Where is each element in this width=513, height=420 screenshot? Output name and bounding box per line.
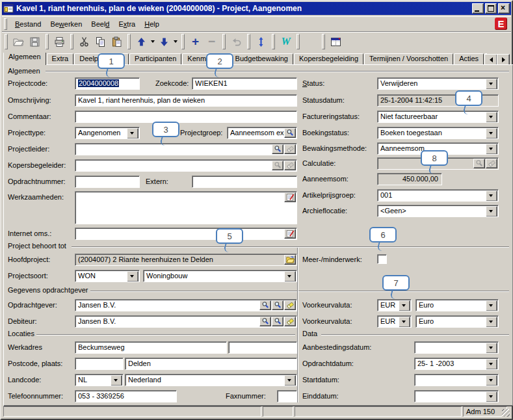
dropdown-button[interactable] (127, 271, 138, 282)
dropdown-button[interactable] (486, 359, 497, 370)
land-select[interactable]: Nederland (125, 374, 297, 386)
dropdown-button[interactable] (486, 112, 497, 123)
projectsoort-code-select[interactable]: WON (75, 270, 140, 282)
toolbar-gripper[interactable] (46, 34, 49, 49)
dropdown-button[interactable] (486, 317, 497, 328)
navigate-up-more-button[interactable] (150, 34, 156, 49)
tab-termijnen-voorschotten[interactable]: Termijnen / Voorschotten (364, 53, 453, 65)
menu-help[interactable]: Help (140, 18, 164, 30)
zoekcode-input[interactable]: WIEKEN1 (192, 77, 297, 90)
opdrachtdatum-select[interactable]: 25- 1 -2003 (414, 358, 499, 370)
meer-minderwerk-checkbox[interactable] (377, 254, 387, 264)
aanbestedingsdatum-select[interactable] (414, 341, 499, 354)
menu-bestand[interactable]: Bestand (10, 18, 46, 30)
commentaar-input[interactable] (75, 111, 297, 123)
toolbar-gripper[interactable] (5, 34, 8, 49)
projectsoort-select[interactable]: Woningbouw (143, 270, 297, 282)
faxnummer-input[interactable] (277, 390, 297, 402)
tab-acties[interactable]: Acties (454, 53, 484, 65)
projecttype-select[interactable]: Aangenomen (75, 127, 140, 139)
projectgroep-lookup[interactable]: Aanneemsom exc (227, 127, 297, 139)
dropdown-button[interactable] (399, 317, 410, 328)
einddatum-select[interactable] (414, 390, 499, 402)
refresh-button[interactable] (253, 34, 269, 49)
voorkeurvaluta2-select[interactable]: Euro (415, 315, 499, 328)
title-bar[interactable]: Kavel 1, riant herenhuis, plan de wieken… (2, 2, 511, 15)
kopersbegeleider-lookup[interactable] (75, 159, 297, 172)
werkzaamheden-textarea[interactable] (75, 191, 297, 224)
toolbar-gripper[interactable] (222, 34, 226, 49)
maximize-button[interactable] (485, 3, 497, 14)
lookup-button[interactable] (272, 317, 283, 326)
tab-participanten[interactable]: Participanten (129, 53, 181, 65)
menu-beeld[interactable]: Beeld (86, 18, 114, 30)
telefoonnummer-input[interactable]: 053 - 3369256 (75, 390, 177, 402)
voorkeurvaluta2-code-select[interactable]: EUR (377, 315, 412, 328)
tab-extra[interactable]: Extra (47, 53, 74, 65)
voorkeurvaluta-code-select[interactable]: EUR (377, 299, 412, 311)
dropdown-button[interactable] (486, 343, 497, 354)
dropdown-button[interactable] (399, 300, 410, 311)
navigate-down-button[interactable] (156, 34, 172, 49)
dropdown-button[interactable] (486, 206, 497, 217)
landcode-select[interactable]: NL (75, 374, 124, 386)
startdatum-select[interactable] (414, 374, 499, 386)
lookup-button[interactable] (259, 317, 271, 326)
extern-input[interactable] (192, 176, 297, 188)
menu-extra[interactable]: Extra (114, 18, 140, 30)
toolbar-gripper[interactable] (247, 34, 250, 49)
remove-button[interactable]: − (204, 34, 220, 49)
werkadres-nummer-input[interactable] (228, 341, 297, 354)
hoofdproject-field[interactable]: (2004007) 2 Riante herenhuizen te Delden (75, 254, 297, 266)
toolbar-gripper[interactable] (70, 34, 73, 49)
lookup-button-disabled[interactable] (272, 161, 283, 170)
copy-button[interactable] (92, 34, 109, 49)
dropdown-button[interactable] (486, 128, 497, 139)
archieflocatie-select[interactable]: <Geen> (377, 205, 499, 217)
boekingstatus-select[interactable]: Boeken toegestaan (377, 127, 499, 139)
lookup-button[interactable] (284, 128, 296, 138)
minimize-button[interactable] (472, 3, 484, 14)
dropdown-button[interactable] (486, 300, 497, 311)
toolbar-gripper[interactable] (127, 34, 131, 49)
opdrachtnummer-input[interactable] (75, 176, 140, 188)
artikelprijsgroep-select[interactable]: 001 (377, 189, 499, 202)
clear-button[interactable] (284, 317, 296, 326)
lookup-button[interactable] (272, 144, 283, 154)
lookup-button[interactable] (259, 300, 271, 310)
tab-kopersbegeleiding[interactable]: Kopersbegeleiding (294, 53, 363, 65)
dropdown-button[interactable] (284, 375, 296, 386)
open-project-button[interactable] (284, 255, 296, 265)
navigate-up-button[interactable] (133, 34, 150, 49)
dropdown-button[interactable] (486, 144, 497, 155)
clear-button-disabled[interactable] (486, 159, 497, 168)
menu-bewerken[interactable]: Bewerken (46, 18, 86, 30)
edit-note-button[interactable] (284, 229, 296, 239)
dropdown-button[interactable] (486, 190, 497, 202)
word-merge-button[interactable]: W (278, 34, 294, 49)
save-button[interactable] (27, 34, 43, 49)
resize-grip[interactable] (502, 409, 510, 417)
clear-button-disabled[interactable] (284, 161, 296, 170)
dropdown-button[interactable] (486, 391, 497, 402)
projectleider-lookup[interactable] (75, 143, 297, 155)
close-button[interactable]: × (498, 3, 510, 14)
voorkeurvaluta-select[interactable]: Euro (415, 299, 499, 311)
dropdown-button[interactable] (486, 375, 497, 386)
dropdown-button[interactable] (486, 79, 497, 90)
factureringstatus-select[interactable]: Niet factureerbaar (377, 111, 499, 123)
lookup-button-disabled[interactable] (473, 159, 485, 168)
dropdown-button[interactable] (127, 128, 138, 139)
toolbar-gripper[interactable] (181, 34, 185, 49)
dropdown-button[interactable] (111, 375, 122, 386)
print-button[interactable] (51, 34, 68, 49)
debiteur-lookup[interactable]: Jansen B.V. (75, 315, 297, 328)
open-button[interactable] (10, 34, 27, 49)
clear-button[interactable] (284, 144, 296, 154)
paste-button[interactable] (109, 34, 125, 49)
add-button[interactable]: + (187, 34, 204, 49)
toolbar-gripper[interactable] (296, 34, 300, 49)
werkadres-input[interactable]: Beckumseweg (75, 341, 227, 354)
projectcode-input[interactable]: 2004000008 (75, 77, 140, 90)
internet-oms-input[interactable] (75, 228, 297, 240)
